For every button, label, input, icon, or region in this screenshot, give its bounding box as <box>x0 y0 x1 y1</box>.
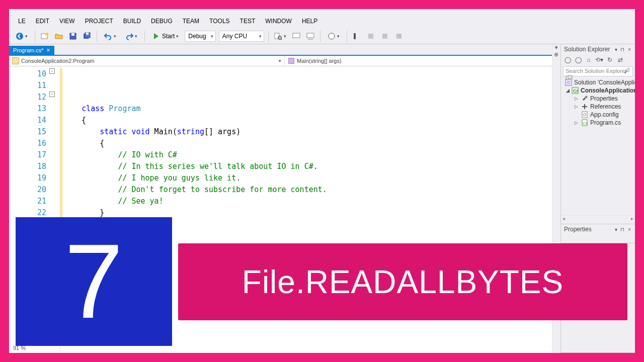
svg-text:C#: C# <box>583 121 588 126</box>
start-label: Start <box>162 33 175 40</box>
node-label: App.config <box>590 111 619 118</box>
node-label: References <box>590 103 621 110</box>
fwd-icon[interactable]: ◯ <box>574 56 582 64</box>
menu-build[interactable]: BUILD <box>118 16 146 26</box>
tb-b7[interactable] <box>392 31 406 42</box>
tree-project[interactable]: ◢ C# ConsoleApplication2 <box>561 86 635 95</box>
tree-properties[interactable]: ▷ Properties <box>561 95 635 103</box>
svg-point-0 <box>16 33 23 40</box>
properties-title: Properties <box>564 226 592 233</box>
refresh-icon[interactable]: ↻ <box>606 56 614 64</box>
tb-b6[interactable] <box>378 31 391 42</box>
menu-team[interactable]: TEAM <box>178 16 204 26</box>
back-button[interactable]: ▾ <box>12 31 31 42</box>
svg-rect-4 <box>71 33 74 36</box>
svg-line-10 <box>281 39 282 40</box>
platform-combo[interactable]: Any CPU <box>219 31 264 42</box>
svg-rect-11 <box>293 33 300 38</box>
tree-appconfig[interactable]: App.config <box>561 111 635 119</box>
comment-icon <box>292 32 300 40</box>
properties-header[interactable]: Properties ▾ ⊓ × <box>561 224 635 234</box>
undo-button[interactable]: ▾ <box>101 31 120 42</box>
tab-bar: Program.cs* × ▾ <box>9 44 560 56</box>
save-button[interactable] <box>66 31 79 42</box>
node-label: Program.cs <box>590 119 621 126</box>
save-all-button[interactable] <box>80 31 94 42</box>
config-combo[interactable]: Debug <box>185 31 215 42</box>
svg-text:C#: C# <box>573 88 579 94</box>
tb-b4[interactable] <box>350 31 363 42</box>
tree-references[interactable]: ▷ References <box>561 103 635 111</box>
svg-rect-12 <box>307 33 314 38</box>
project-label: ConsoleApplication2 <box>581 87 635 94</box>
node-label: Properties <box>590 95 618 102</box>
svg-rect-18 <box>567 80 571 84</box>
uncomment-icon <box>306 32 314 40</box>
find-icon <box>274 32 282 40</box>
close-icon[interactable]: × <box>47 47 50 53</box>
nav-type-label: ConsoleApplication2.Program <box>21 58 95 64</box>
menubar: LE EDIT VIEW PROJECT BUILD DEBUG TEAM TO… <box>9 14 635 28</box>
nav-member-label: Main(string[] args) <box>297 58 342 64</box>
pin-icon[interactable]: ⊕ <box>553 51 559 58</box>
fold-icon[interactable]: − <box>49 68 55 74</box>
nav-member-combo[interactable]: Main(string[] args) <box>285 56 560 66</box>
new-project-icon <box>41 32 49 40</box>
find-in-files-button[interactable]: ▾ <box>272 31 289 42</box>
explorer-hscroll[interactable] <box>561 215 635 224</box>
menu-file[interactable]: LE <box>13 16 31 26</box>
toolbar: ▾ ▾ ▾ Start▾ Debug Any CPU ▾ ▾ <box>9 28 635 44</box>
solution-tree: Solution 'ConsoleApplicati ◢ C# ConsoleA… <box>561 77 635 215</box>
step-icon <box>353 32 361 40</box>
tree-programcs[interactable]: ▷ C# Program.cs <box>561 119 635 127</box>
config-label: Debug <box>188 33 206 40</box>
tb-b3[interactable]: ▾ <box>324 31 343 42</box>
menu-help[interactable]: HELP <box>297 16 323 26</box>
start-button[interactable]: Start▾ <box>148 31 182 42</box>
sync-icon[interactable]: ⟲▾ <box>595 56 603 64</box>
save-icon <box>69 32 77 40</box>
svg-rect-24 <box>582 112 587 118</box>
method-icon <box>288 57 295 64</box>
menu-window[interactable]: WINDOW <box>260 16 297 26</box>
config-icon <box>581 111 588 118</box>
undo-icon <box>104 32 112 40</box>
tab-program[interactable]: Program.cs* × <box>9 46 54 55</box>
redo-button[interactable]: ▾ <box>122 31 141 42</box>
menu-view[interactable]: VIEW <box>54 16 80 26</box>
csharp-file-icon: C# <box>581 119 588 126</box>
play-icon <box>152 32 160 40</box>
nav-bar: ConsoleApplication2.Program Main(string[… <box>9 56 560 66</box>
menu-test[interactable]: TEST <box>235 16 261 26</box>
solution-label: Solution 'ConsoleApplicati <box>574 79 635 86</box>
tb-b5[interactable] <box>364 31 377 42</box>
explorer-toolbar: ◯ ◯ ⌂ ⟲▾ ↻ ⇄ <box>561 54 635 65</box>
home-icon[interactable]: ⌂ <box>585 56 593 64</box>
tb-b2[interactable] <box>304 31 317 42</box>
references-icon <box>581 103 588 110</box>
svg-point-21 <box>585 96 588 99</box>
titlebar <box>9 9 635 14</box>
split-icon[interactable]: ▾ <box>553 44 559 51</box>
svg-rect-16 <box>289 58 294 64</box>
tb-b1[interactable] <box>290 31 303 42</box>
panel-pins[interactable]: ▾ ⊓ × <box>615 227 632 232</box>
svg-point-2 <box>45 33 48 36</box>
explorer-search[interactable]: Search Solution Explorer (Ct <box>563 66 633 76</box>
overlay-number: 7 <box>16 217 172 346</box>
menu-edit[interactable]: EDIT <box>31 16 54 26</box>
back-icon[interactable]: ◯ <box>564 56 572 64</box>
open-button[interactable] <box>52 31 65 42</box>
menu-project[interactable]: PROJECT <box>80 16 118 26</box>
new-project-button[interactable] <box>38 31 51 42</box>
collapse-icon[interactable]: ⇄ <box>616 56 624 64</box>
menu-debug[interactable]: DEBUG <box>146 16 178 26</box>
solution-explorer-header[interactable]: Solution Explorer ▾ ⊓ × <box>561 44 635 54</box>
fold-icon[interactable]: − <box>49 92 55 97</box>
nav-type-combo[interactable]: ConsoleApplication2.Program <box>9 56 285 66</box>
csharp-project-icon: C# <box>572 87 579 94</box>
panel-pins[interactable]: ▾ ⊓ × <box>615 47 632 52</box>
solution-icon <box>565 79 572 86</box>
menu-tools[interactable]: TOOLS <box>204 16 234 26</box>
class-icon <box>12 57 19 64</box>
